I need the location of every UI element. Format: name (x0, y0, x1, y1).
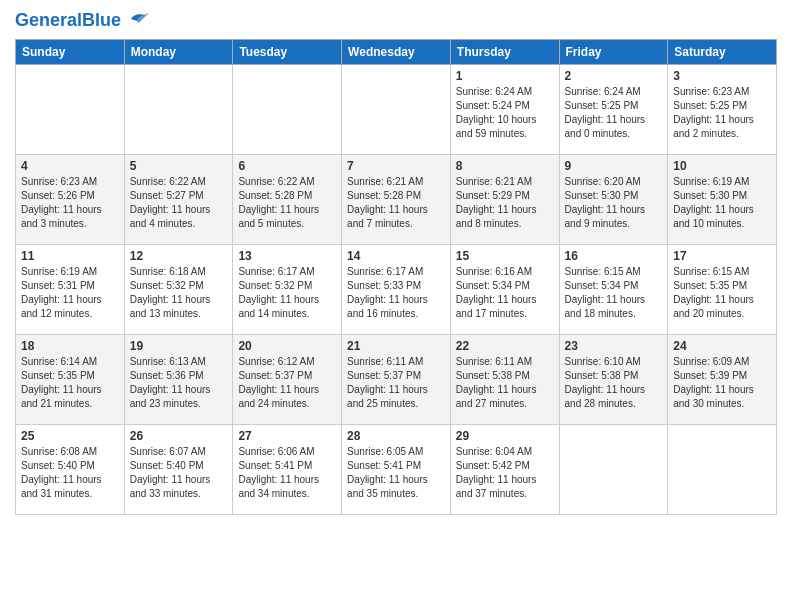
day-number: 27 (238, 429, 336, 443)
day-number: 23 (565, 339, 663, 353)
day-info: Sunrise: 6:17 AM Sunset: 5:33 PM Dayligh… (347, 265, 445, 321)
calendar-cell (342, 65, 451, 155)
calendar-cell: 9Sunrise: 6:20 AM Sunset: 5:30 PM Daylig… (559, 155, 668, 245)
day-info: Sunrise: 6:19 AM Sunset: 5:30 PM Dayligh… (673, 175, 771, 231)
day-number: 17 (673, 249, 771, 263)
day-number: 3 (673, 69, 771, 83)
day-info: Sunrise: 6:11 AM Sunset: 5:38 PM Dayligh… (456, 355, 554, 411)
day-info: Sunrise: 6:16 AM Sunset: 5:34 PM Dayligh… (456, 265, 554, 321)
day-info: Sunrise: 6:11 AM Sunset: 5:37 PM Dayligh… (347, 355, 445, 411)
calendar-cell: 8Sunrise: 6:21 AM Sunset: 5:29 PM Daylig… (450, 155, 559, 245)
calendar-cell (124, 65, 233, 155)
weekday-header-saturday: Saturday (668, 40, 777, 65)
calendar-cell (559, 425, 668, 515)
day-info: Sunrise: 6:04 AM Sunset: 5:42 PM Dayligh… (456, 445, 554, 501)
calendar-cell: 12Sunrise: 6:18 AM Sunset: 5:32 PM Dayli… (124, 245, 233, 335)
calendar-cell: 17Sunrise: 6:15 AM Sunset: 5:35 PM Dayli… (668, 245, 777, 335)
day-info: Sunrise: 6:24 AM Sunset: 5:25 PM Dayligh… (565, 85, 663, 141)
day-number: 11 (21, 249, 119, 263)
calendar-week-row: 4Sunrise: 6:23 AM Sunset: 5:26 PM Daylig… (16, 155, 777, 245)
calendar-cell (668, 425, 777, 515)
calendar-cell: 26Sunrise: 6:07 AM Sunset: 5:40 PM Dayli… (124, 425, 233, 515)
day-info: Sunrise: 6:19 AM Sunset: 5:31 PM Dayligh… (21, 265, 119, 321)
calendar-cell: 3Sunrise: 6:23 AM Sunset: 5:25 PM Daylig… (668, 65, 777, 155)
day-number: 29 (456, 429, 554, 443)
calendar-cell: 24Sunrise: 6:09 AM Sunset: 5:39 PM Dayli… (668, 335, 777, 425)
day-number: 2 (565, 69, 663, 83)
day-info: Sunrise: 6:09 AM Sunset: 5:39 PM Dayligh… (673, 355, 771, 411)
day-number: 26 (130, 429, 228, 443)
day-number: 22 (456, 339, 554, 353)
day-info: Sunrise: 6:05 AM Sunset: 5:41 PM Dayligh… (347, 445, 445, 501)
page-header: GeneralBlue (15, 10, 777, 31)
day-info: Sunrise: 6:08 AM Sunset: 5:40 PM Dayligh… (21, 445, 119, 501)
day-info: Sunrise: 6:17 AM Sunset: 5:32 PM Dayligh… (238, 265, 336, 321)
calendar-week-row: 25Sunrise: 6:08 AM Sunset: 5:40 PM Dayli… (16, 425, 777, 515)
day-info: Sunrise: 6:14 AM Sunset: 5:35 PM Dayligh… (21, 355, 119, 411)
calendar-cell: 15Sunrise: 6:16 AM Sunset: 5:34 PM Dayli… (450, 245, 559, 335)
calendar-cell: 16Sunrise: 6:15 AM Sunset: 5:34 PM Dayli… (559, 245, 668, 335)
day-number: 13 (238, 249, 336, 263)
day-number: 6 (238, 159, 336, 173)
day-info: Sunrise: 6:20 AM Sunset: 5:30 PM Dayligh… (565, 175, 663, 231)
day-info: Sunrise: 6:22 AM Sunset: 5:27 PM Dayligh… (130, 175, 228, 231)
calendar-cell: 28Sunrise: 6:05 AM Sunset: 5:41 PM Dayli… (342, 425, 451, 515)
day-info: Sunrise: 6:23 AM Sunset: 5:25 PM Dayligh… (673, 85, 771, 141)
day-number: 18 (21, 339, 119, 353)
day-info: Sunrise: 6:15 AM Sunset: 5:34 PM Dayligh… (565, 265, 663, 321)
calendar-cell: 5Sunrise: 6:22 AM Sunset: 5:27 PM Daylig… (124, 155, 233, 245)
calendar-cell: 6Sunrise: 6:22 AM Sunset: 5:28 PM Daylig… (233, 155, 342, 245)
calendar-week-row: 11Sunrise: 6:19 AM Sunset: 5:31 PM Dayli… (16, 245, 777, 335)
logo-text: GeneralBlue (15, 10, 121, 31)
calendar-table: SundayMondayTuesdayWednesdayThursdayFrid… (15, 39, 777, 515)
logo-bird-icon (123, 7, 149, 29)
calendar-cell: 7Sunrise: 6:21 AM Sunset: 5:28 PM Daylig… (342, 155, 451, 245)
day-number: 4 (21, 159, 119, 173)
day-number: 16 (565, 249, 663, 263)
weekday-header-friday: Friday (559, 40, 668, 65)
day-number: 24 (673, 339, 771, 353)
day-number: 15 (456, 249, 554, 263)
day-number: 1 (456, 69, 554, 83)
calendar-cell: 25Sunrise: 6:08 AM Sunset: 5:40 PM Dayli… (16, 425, 125, 515)
day-number: 7 (347, 159, 445, 173)
day-number: 20 (238, 339, 336, 353)
day-number: 14 (347, 249, 445, 263)
day-info: Sunrise: 6:22 AM Sunset: 5:28 PM Dayligh… (238, 175, 336, 231)
calendar-cell: 23Sunrise: 6:10 AM Sunset: 5:38 PM Dayli… (559, 335, 668, 425)
calendar-cell: 29Sunrise: 6:04 AM Sunset: 5:42 PM Dayli… (450, 425, 559, 515)
day-info: Sunrise: 6:06 AM Sunset: 5:41 PM Dayligh… (238, 445, 336, 501)
day-info: Sunrise: 6:21 AM Sunset: 5:28 PM Dayligh… (347, 175, 445, 231)
day-info: Sunrise: 6:13 AM Sunset: 5:36 PM Dayligh… (130, 355, 228, 411)
day-info: Sunrise: 6:12 AM Sunset: 5:37 PM Dayligh… (238, 355, 336, 411)
day-info: Sunrise: 6:10 AM Sunset: 5:38 PM Dayligh… (565, 355, 663, 411)
day-number: 12 (130, 249, 228, 263)
calendar-week-row: 18Sunrise: 6:14 AM Sunset: 5:35 PM Dayli… (16, 335, 777, 425)
calendar-cell: 27Sunrise: 6:06 AM Sunset: 5:41 PM Dayli… (233, 425, 342, 515)
day-number: 25 (21, 429, 119, 443)
day-number: 21 (347, 339, 445, 353)
calendar-cell: 14Sunrise: 6:17 AM Sunset: 5:33 PM Dayli… (342, 245, 451, 335)
calendar-cell (16, 65, 125, 155)
calendar-cell: 2Sunrise: 6:24 AM Sunset: 5:25 PM Daylig… (559, 65, 668, 155)
weekday-header-thursday: Thursday (450, 40, 559, 65)
day-info: Sunrise: 6:24 AM Sunset: 5:24 PM Dayligh… (456, 85, 554, 141)
weekday-header-tuesday: Tuesday (233, 40, 342, 65)
calendar-header-row: SundayMondayTuesdayWednesdayThursdayFrid… (16, 40, 777, 65)
calendar-cell: 4Sunrise: 6:23 AM Sunset: 5:26 PM Daylig… (16, 155, 125, 245)
day-number: 8 (456, 159, 554, 173)
day-number: 9 (565, 159, 663, 173)
calendar-cell: 13Sunrise: 6:17 AM Sunset: 5:32 PM Dayli… (233, 245, 342, 335)
calendar-cell: 19Sunrise: 6:13 AM Sunset: 5:36 PM Dayli… (124, 335, 233, 425)
day-info: Sunrise: 6:07 AM Sunset: 5:40 PM Dayligh… (130, 445, 228, 501)
calendar-cell: 10Sunrise: 6:19 AM Sunset: 5:30 PM Dayli… (668, 155, 777, 245)
day-info: Sunrise: 6:18 AM Sunset: 5:32 PM Dayligh… (130, 265, 228, 321)
calendar-cell: 1Sunrise: 6:24 AM Sunset: 5:24 PM Daylig… (450, 65, 559, 155)
day-number: 19 (130, 339, 228, 353)
calendar-cell (233, 65, 342, 155)
logo: GeneralBlue (15, 10, 149, 31)
calendar-week-row: 1Sunrise: 6:24 AM Sunset: 5:24 PM Daylig… (16, 65, 777, 155)
calendar-cell: 18Sunrise: 6:14 AM Sunset: 5:35 PM Dayli… (16, 335, 125, 425)
day-number: 10 (673, 159, 771, 173)
weekday-header-wednesday: Wednesday (342, 40, 451, 65)
